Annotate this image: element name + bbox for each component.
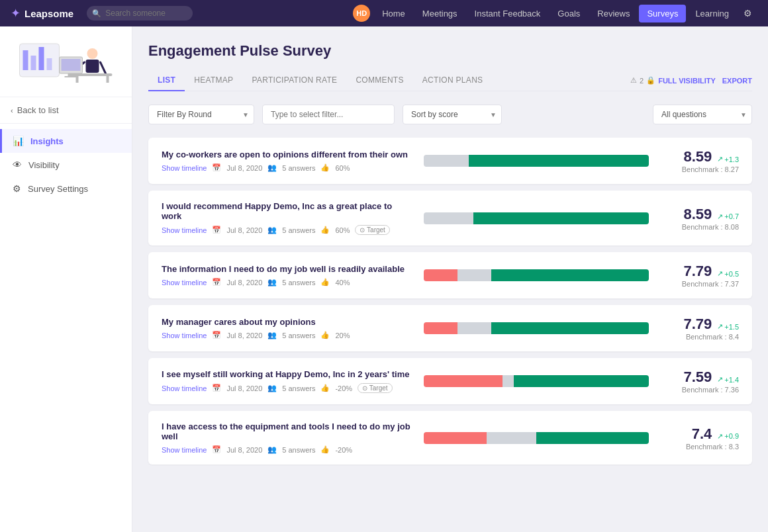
svg-rect-1 — [23, 50, 28, 70]
question-meta: Show timeline 📅 Jul 8, 2020 👥 5 answers … — [162, 383, 413, 393]
percentage: 60% — [335, 164, 350, 172]
question-info: My co-workers are open to opinions diffe… — [162, 150, 413, 172]
score-section: 7.4 ↗ +0.9 Benchmark : 8.3 — [659, 425, 739, 451]
settings-icon-sidebar: ⚙ — [13, 183, 21, 194]
show-timeline[interactable]: Show timeline — [162, 164, 207, 172]
search-input[interactable] — [87, 6, 193, 21]
show-timeline[interactable]: Show timeline — [162, 446, 207, 454]
sidebar-item-survey-settings[interactable]: ⚙ Survey Settings — [0, 177, 132, 200]
svg-rect-4 — [47, 58, 52, 70]
nav-goals[interactable]: Goals — [550, 5, 588, 22]
trend-icon: ↗ — [717, 269, 723, 278]
nav-learning[interactable]: Learning — [687, 5, 737, 22]
score-section: 8.59 ↗ +0.7 Benchmark : 8.08 — [659, 206, 739, 231]
tab-action-plans[interactable]: ACTION PLANS — [413, 70, 493, 91]
percentage: -20% — [335, 446, 352, 454]
sidebar-item-label-insights: Insights — [30, 136, 64, 146]
question-text: The information I need to do my job well… — [162, 264, 413, 274]
avatar[interactable]: HD — [353, 5, 370, 22]
nav-home[interactable]: Home — [374, 5, 413, 22]
visibility-icon: 👁 — [13, 159, 22, 170]
svg-rect-15 — [65, 76, 78, 77]
question-meta: Show timeline 📅 Jul 8, 2020 👥 5 answers … — [162, 163, 413, 172]
thumb-icon: 👍 — [320, 226, 330, 234]
nav-meetings[interactable]: Meetings — [414, 5, 465, 22]
logo[interactable]: ✦ Leapsome — [11, 6, 73, 21]
nav-reviews[interactable]: Reviews — [589, 5, 638, 22]
score-bar — [424, 269, 649, 281]
score-bar — [424, 322, 649, 334]
settings-icon[interactable]: ⚙ — [738, 4, 757, 22]
calendar-icon: 📅 — [212, 163, 221, 172]
user-icon: 👥 — [267, 278, 277, 287]
nav-instant-feedback[interactable]: Instant Feedback — [467, 5, 549, 22]
table-row: I would recommend Happy Demo, Inc as a g… — [148, 191, 752, 245]
benchmark: Benchmark : 8.3 — [686, 443, 739, 451]
target-badge: ⊙ Target — [355, 225, 389, 235]
thumb-icon: 👍 — [320, 163, 330, 172]
answers-count: 5 answers — [282, 332, 315, 339]
score-bar — [424, 155, 649, 167]
layout: ‹ Back to list 📊 Insights 👁 Visibility ⚙… — [0, 26, 768, 532]
svg-rect-3 — [39, 47, 44, 70]
question-date: Jul 8, 2020 — [226, 164, 262, 172]
show-timeline[interactable]: Show timeline — [162, 279, 207, 287]
score-value: 7.79 — [683, 263, 712, 280]
user-icon: 👥 — [267, 331, 277, 339]
trend-icon: ↗ — [717, 212, 723, 221]
svg-rect-2 — [31, 56, 36, 70]
back-to-list[interactable]: ‹ Back to list — [0, 97, 132, 124]
score-section: 8.59 ↗ +1.3 Benchmark : 8.27 — [659, 148, 739, 173]
question-text: I would recommend Happy Demo, Inc as a g… — [162, 201, 413, 221]
question-text: My co-workers are open to opinions diffe… — [162, 150, 413, 159]
page-title: Engagement Pulse Survey — [148, 42, 752, 60]
sidebar-nav: 📊 Insights 👁 Visibility ⚙ Survey Setting… — [0, 124, 132, 206]
show-timeline[interactable]: Show timeline — [162, 384, 207, 392]
tab-comments[interactable]: COMMENTS — [346, 70, 412, 91]
question-text: My manager cares about my opinions — [162, 317, 413, 327]
question-date: Jul 8, 2020 — [226, 332, 262, 339]
sidebar-item-insights[interactable]: 📊 Insights — [0, 129, 132, 153]
question-info: My manager cares about my opinions Show … — [162, 317, 413, 339]
calendar-icon: 📅 — [212, 226, 221, 234]
search-wrapper: 🔍 — [87, 6, 193, 21]
benchmark: Benchmark : 8.27 — [682, 165, 739, 173]
answers-count: 5 answers — [282, 226, 315, 234]
question-text: I see myself still working at Happy Demo… — [162, 369, 413, 379]
question-meta: Show timeline 📅 Jul 8, 2020 👥 5 answers … — [162, 331, 413, 339]
tab-heatmap[interactable]: HEATMAP — [185, 70, 242, 91]
score-section: 7.59 ↗ +1.4 Benchmark : 7.36 — [659, 369, 739, 394]
question-info: The information I need to do my job well… — [162, 264, 413, 287]
score-section: 7.79 ↗ +1.5 Benchmark : 8.4 — [659, 316, 739, 341]
score-bar — [424, 375, 649, 387]
trend-icon: ↗ — [717, 432, 723, 441]
question-info: I see myself still working at Happy Demo… — [162, 369, 413, 393]
back-arrow-icon: ‹ — [11, 107, 13, 114]
tabs-right: ⚠ 2 🔒 FULL VISIBILITY EXPORT — [630, 76, 752, 85]
round-filter[interactable]: Filter By Round — [148, 105, 254, 124]
all-questions-select[interactable]: All questions — [653, 105, 752, 124]
score-value: 8.59 — [683, 148, 712, 165]
question-date: Jul 8, 2020 — [226, 446, 262, 454]
percentage: 20% — [335, 332, 350, 339]
sidebar-item-visibility[interactable]: 👁 Visibility — [0, 153, 132, 177]
tab-participation[interactable]: PARTICIPATION RATE — [242, 70, 346, 91]
svg-rect-9 — [73, 73, 113, 76]
sidebar: ‹ Back to list 📊 Insights 👁 Visibility ⚙… — [0, 26, 132, 532]
table-row: My co-workers are open to opinions diffe… — [148, 138, 752, 184]
tab-list[interactable]: LIST — [148, 70, 185, 91]
user-icon: 👥 — [267, 445, 277, 454]
visibility-count: 2 — [640, 77, 644, 85]
type-filter[interactable] — [262, 105, 395, 124]
show-timeline[interactable]: Show timeline — [162, 332, 207, 339]
full-visibility-button[interactable]: FULL VISIBILITY — [658, 77, 716, 85]
nav-surveys[interactable]: Surveys — [639, 5, 686, 22]
export-button[interactable]: EXPORT — [722, 77, 752, 85]
round-filter-wrapper: Filter By Round ▼ — [148, 105, 254, 124]
sort-select[interactable]: Sort by score — [403, 105, 502, 124]
question-date: Jul 8, 2020 — [226, 226, 262, 234]
svg-line-8 — [101, 62, 106, 73]
score-value: 7.59 — [683, 369, 712, 386]
percentage: 40% — [335, 279, 350, 287]
show-timeline[interactable]: Show timeline — [162, 226, 207, 234]
